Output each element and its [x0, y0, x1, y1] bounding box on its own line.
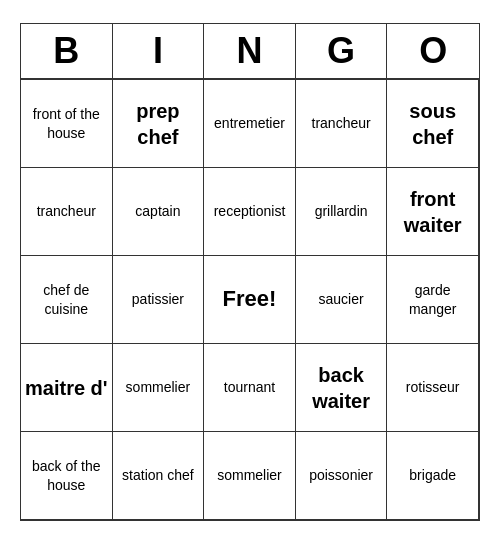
bingo-cell: Free! — [204, 256, 296, 344]
header-letter: I — [113, 24, 205, 78]
bingo-cell: rotisseur — [387, 344, 479, 432]
bingo-cell: captain — [113, 168, 205, 256]
bingo-cell: back waiter — [296, 344, 388, 432]
bingo-cell: receptionist — [204, 168, 296, 256]
bingo-cell: front of the house — [21, 80, 113, 168]
bingo-cell: sous chef — [387, 80, 479, 168]
bingo-cell: chef de cuisine — [21, 256, 113, 344]
bingo-cell: brigade — [387, 432, 479, 520]
bingo-grid: front of the houseprep chefentremetiertr… — [21, 80, 479, 520]
bingo-cell: prep chef — [113, 80, 205, 168]
header-letter: B — [21, 24, 113, 78]
bingo-card: BINGO front of the houseprep chefentreme… — [20, 23, 480, 521]
bingo-cell: patissier — [113, 256, 205, 344]
header-letter: N — [204, 24, 296, 78]
bingo-cell: poissonier — [296, 432, 388, 520]
bingo-cell: saucier — [296, 256, 388, 344]
bingo-cell: garde manger — [387, 256, 479, 344]
bingo-cell: trancheur — [21, 168, 113, 256]
bingo-cell: front waiter — [387, 168, 479, 256]
bingo-header: BINGO — [21, 24, 479, 80]
bingo-cell: sommelier — [204, 432, 296, 520]
bingo-cell: back of the house — [21, 432, 113, 520]
bingo-cell: station chef — [113, 432, 205, 520]
header-letter: O — [387, 24, 479, 78]
header-letter: G — [296, 24, 388, 78]
bingo-cell: grillardin — [296, 168, 388, 256]
bingo-cell: tournant — [204, 344, 296, 432]
bingo-cell: maitre d' — [21, 344, 113, 432]
bingo-cell: trancheur — [296, 80, 388, 168]
bingo-cell: entremetier — [204, 80, 296, 168]
bingo-cell: sommelier — [113, 344, 205, 432]
